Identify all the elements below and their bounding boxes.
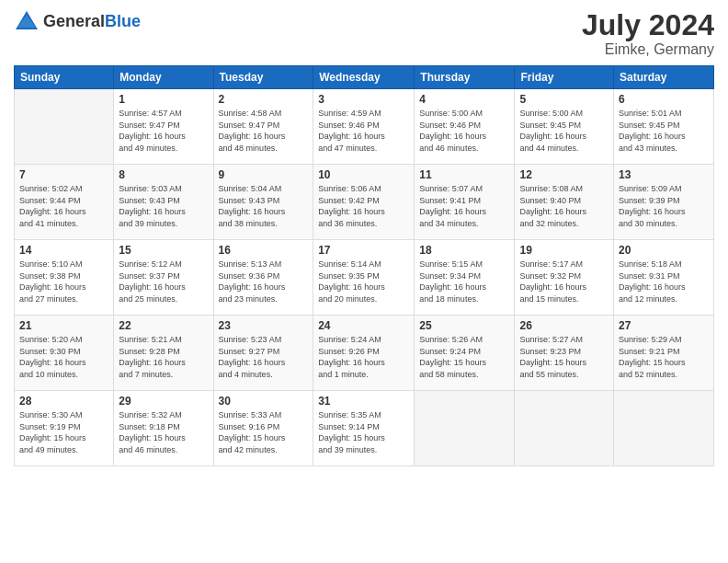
day-info: Sunrise: 5:20 AM Sunset: 9:30 PM Dayligh…: [19, 334, 108, 380]
day-info: Sunrise: 5:27 AM Sunset: 9:23 PM Dayligh…: [519, 334, 609, 380]
day-info: Sunrise: 5:35 AM Sunset: 9:14 PM Dayligh…: [318, 409, 409, 455]
calendar-week-row: 1Sunrise: 4:57 AM Sunset: 9:47 PM Daylig…: [15, 89, 714, 165]
day-info: Sunrise: 5:06 AM Sunset: 9:42 PM Dayligh…: [318, 183, 409, 229]
logo-general: GeneralBlue: [43, 13, 141, 31]
day-number: 18: [419, 244, 509, 257]
day-number: 28: [19, 395, 108, 408]
day-info: Sunrise: 5:21 AM Sunset: 9:28 PM Dayligh…: [119, 334, 208, 380]
table-row: 19Sunrise: 5:17 AM Sunset: 9:32 PM Dayli…: [515, 240, 614, 316]
col-friday: Friday: [515, 66, 614, 89]
day-number: 21: [19, 319, 108, 332]
day-number: 16: [219, 244, 309, 257]
day-number: 6: [619, 93, 709, 106]
day-info: Sunrise: 5:02 AM Sunset: 9:44 PM Dayligh…: [19, 183, 108, 229]
day-number: 13: [619, 168, 709, 181]
day-number: 3: [318, 93, 409, 106]
day-info: Sunrise: 5:08 AM Sunset: 9:40 PM Dayligh…: [519, 183, 609, 229]
table-row: 4Sunrise: 5:00 AM Sunset: 9:46 PM Daylig…: [415, 89, 515, 165]
table-row: 24Sunrise: 5:24 AM Sunset: 9:26 PM Dayli…: [313, 316, 415, 391]
table-row: 10Sunrise: 5:06 AM Sunset: 9:42 PM Dayli…: [313, 165, 415, 240]
col-sunday: Sunday: [15, 66, 114, 89]
table-row: 8Sunrise: 5:03 AM Sunset: 9:43 PM Daylig…: [114, 165, 213, 240]
day-info: Sunrise: 5:13 AM Sunset: 9:36 PM Dayligh…: [219, 259, 309, 304]
day-info: Sunrise: 5:24 AM Sunset: 9:26 PM Dayligh…: [318, 334, 409, 380]
table-row: 6Sunrise: 5:01 AM Sunset: 9:45 PM Daylig…: [614, 89, 714, 165]
table-row: 12Sunrise: 5:08 AM Sunset: 9:40 PM Dayli…: [515, 165, 614, 240]
day-number: 12: [519, 168, 609, 181]
table-row: 31Sunrise: 5:35 AM Sunset: 9:14 PM Dayli…: [313, 391, 415, 466]
calendar-header-row: Sunday Monday Tuesday Wednesday Thursday…: [15, 66, 714, 89]
table-row: [515, 391, 614, 466]
table-row: 20Sunrise: 5:18 AM Sunset: 9:31 PM Dayli…: [614, 240, 714, 316]
calendar-week-row: 7Sunrise: 5:02 AM Sunset: 9:44 PM Daylig…: [15, 165, 714, 240]
col-wednesday: Wednesday: [313, 66, 415, 89]
day-info: Sunrise: 5:03 AM Sunset: 9:43 PM Dayligh…: [119, 183, 208, 229]
table-row: 27Sunrise: 5:29 AM Sunset: 9:21 PM Dayli…: [614, 316, 714, 391]
table-row: 17Sunrise: 5:14 AM Sunset: 9:35 PM Dayli…: [313, 240, 415, 316]
table-row: [415, 391, 515, 466]
table-row: 18Sunrise: 5:15 AM Sunset: 9:34 PM Dayli…: [415, 240, 515, 316]
day-number: 9: [219, 168, 309, 181]
table-row: 13Sunrise: 5:09 AM Sunset: 9:39 PM Dayli…: [614, 165, 714, 240]
col-saturday: Saturday: [614, 66, 714, 89]
table-row: 22Sunrise: 5:21 AM Sunset: 9:28 PM Dayli…: [114, 316, 213, 391]
day-info: Sunrise: 5:00 AM Sunset: 9:46 PM Dayligh…: [419, 108, 509, 154]
calendar-week-row: 28Sunrise: 5:30 AM Sunset: 9:19 PM Dayli…: [15, 391, 714, 466]
day-info: Sunrise: 5:17 AM Sunset: 9:32 PM Dayligh…: [519, 259, 609, 304]
day-info: Sunrise: 4:59 AM Sunset: 9:46 PM Dayligh…: [318, 108, 409, 154]
calendar: Sunday Monday Tuesday Wednesday Thursday…: [14, 65, 714, 466]
day-info: Sunrise: 5:14 AM Sunset: 9:35 PM Dayligh…: [318, 259, 409, 304]
day-info: Sunrise: 5:33 AM Sunset: 9:16 PM Dayligh…: [219, 409, 309, 455]
day-info: Sunrise: 5:00 AM Sunset: 9:45 PM Dayligh…: [519, 108, 609, 154]
day-number: 24: [318, 319, 409, 332]
table-row: 29Sunrise: 5:32 AM Sunset: 9:18 PM Dayli…: [114, 391, 213, 466]
table-row: 2Sunrise: 4:58 AM Sunset: 9:47 PM Daylig…: [213, 89, 313, 165]
table-row: 5Sunrise: 5:00 AM Sunset: 9:45 PM Daylig…: [515, 89, 614, 165]
day-number: 8: [119, 168, 208, 181]
table-row: 16Sunrise: 5:13 AM Sunset: 9:36 PM Dayli…: [213, 240, 313, 316]
day-info: Sunrise: 5:12 AM Sunset: 9:37 PM Dayligh…: [119, 259, 208, 304]
month-year: July 2024: [582, 9, 714, 41]
header: GeneralBlue July 2024 Eimke, Germany: [14, 9, 714, 58]
table-row: 7Sunrise: 5:02 AM Sunset: 9:44 PM Daylig…: [15, 165, 114, 240]
col-thursday: Thursday: [415, 66, 515, 89]
day-number: 20: [619, 244, 709, 257]
day-number: 11: [419, 168, 509, 181]
day-info: Sunrise: 5:30 AM Sunset: 9:19 PM Dayligh…: [19, 409, 108, 455]
logo: GeneralBlue: [14, 9, 141, 35]
day-number: 25: [419, 319, 509, 332]
day-number: 29: [119, 395, 208, 408]
table-row: [614, 391, 714, 466]
day-info: Sunrise: 5:26 AM Sunset: 9:24 PM Dayligh…: [419, 334, 509, 380]
table-row: 11Sunrise: 5:07 AM Sunset: 9:41 PM Dayli…: [415, 165, 515, 240]
day-info: Sunrise: 5:01 AM Sunset: 9:45 PM Dayligh…: [619, 108, 709, 154]
table-row: 26Sunrise: 5:27 AM Sunset: 9:23 PM Dayli…: [515, 316, 614, 391]
table-row: 9Sunrise: 5:04 AM Sunset: 9:43 PM Daylig…: [213, 165, 313, 240]
col-monday: Monday: [114, 66, 213, 89]
col-tuesday: Tuesday: [213, 66, 313, 89]
day-number: 1: [119, 93, 208, 106]
day-info: Sunrise: 5:07 AM Sunset: 9:41 PM Dayligh…: [419, 183, 509, 229]
day-number: 23: [219, 319, 309, 332]
table-row: 15Sunrise: 5:12 AM Sunset: 9:37 PM Dayli…: [114, 240, 213, 316]
calendar-week-row: 14Sunrise: 5:10 AM Sunset: 9:38 PM Dayli…: [15, 240, 714, 316]
table-row: 30Sunrise: 5:33 AM Sunset: 9:16 PM Dayli…: [213, 391, 313, 466]
day-number: 10: [318, 168, 409, 181]
day-info: Sunrise: 5:32 AM Sunset: 9:18 PM Dayligh…: [119, 409, 208, 455]
day-number: 5: [519, 93, 609, 106]
title-section: July 2024 Eimke, Germany: [582, 9, 714, 58]
day-info: Sunrise: 5:15 AM Sunset: 9:34 PM Dayligh…: [419, 259, 509, 304]
day-number: 17: [318, 244, 409, 257]
day-info: Sunrise: 5:10 AM Sunset: 9:38 PM Dayligh…: [19, 259, 108, 304]
day-info: Sunrise: 4:57 AM Sunset: 9:47 PM Dayligh…: [119, 108, 208, 154]
day-info: Sunrise: 4:58 AM Sunset: 9:47 PM Dayligh…: [219, 108, 309, 154]
day-number: 27: [619, 319, 709, 332]
day-info: Sunrise: 5:23 AM Sunset: 9:27 PM Dayligh…: [219, 334, 309, 380]
day-info: Sunrise: 5:09 AM Sunset: 9:39 PM Dayligh…: [619, 183, 709, 229]
day-info: Sunrise: 5:29 AM Sunset: 9:21 PM Dayligh…: [619, 334, 709, 380]
table-row: 21Sunrise: 5:20 AM Sunset: 9:30 PM Dayli…: [15, 316, 114, 391]
table-row: [15, 89, 114, 165]
day-number: 26: [519, 319, 609, 332]
table-row: 3Sunrise: 4:59 AM Sunset: 9:46 PM Daylig…: [313, 89, 415, 165]
day-info: Sunrise: 5:18 AM Sunset: 9:31 PM Dayligh…: [619, 259, 709, 304]
